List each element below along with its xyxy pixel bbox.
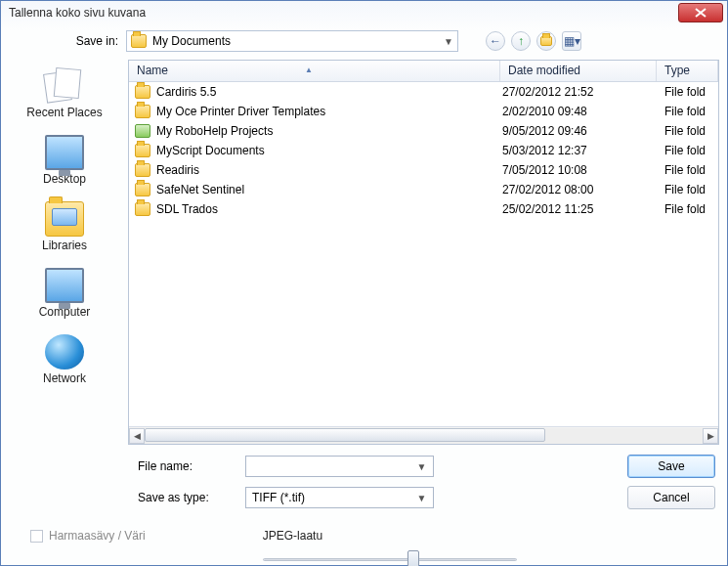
close-icon xyxy=(695,8,707,18)
place-label: Libraries xyxy=(42,239,87,252)
titlebar: Tallenna koko sivu kuvana xyxy=(1,1,727,24)
file-date: 27/02/2012 21:52 xyxy=(502,85,659,99)
save-as-type-value: TIFF (*.tif) xyxy=(252,491,305,504)
close-button[interactable] xyxy=(678,3,723,22)
horizontal-scrollbar[interactable]: ◀ ▶ xyxy=(129,426,718,444)
file-name: Cardiris 5.5 xyxy=(156,85,216,99)
save-as-type-combo[interactable]: TIFF (*.tif) ▼ xyxy=(245,487,434,508)
file-name: MyScript Documents xyxy=(156,144,265,157)
file-name: SafeNet Sentinel xyxy=(156,183,244,196)
save-in-value: My Documents xyxy=(152,34,231,48)
jpeg-quality-group: JPEG-laatu alhaisin paras xyxy=(263,529,517,566)
column-headers: Name Date modified Type xyxy=(129,61,718,82)
place-libraries[interactable]: Libraries xyxy=(11,196,118,261)
footer: Harmaasävy / Väri JPEG-laatu alhaisin pa… xyxy=(1,525,727,566)
file-name: My Oce Printer Driver Templates xyxy=(156,105,325,118)
view-menu-button[interactable]: ▦▾ xyxy=(562,31,581,51)
cancel-button[interactable]: Cancel xyxy=(627,486,715,509)
save-dialog: Tallenna koko sivu kuvana Save in: My Do… xyxy=(0,0,728,566)
up-icon: ↑ xyxy=(518,34,524,48)
file-name-label: File name: xyxy=(138,459,236,473)
back-icon: ← xyxy=(490,34,501,48)
table-row[interactable]: My Oce Printer Driver Templates2/02/2010… xyxy=(129,102,718,121)
places-bar: Recent Places Desktop Libraries Computer… xyxy=(1,58,128,447)
folder-icon xyxy=(135,163,150,177)
scroll-track[interactable] xyxy=(145,428,703,444)
place-label: Recent Places xyxy=(26,106,102,119)
view-icon: ▦▾ xyxy=(564,34,580,48)
grayscale-checkbox[interactable]: Harmaasävy / Väri xyxy=(30,529,146,543)
file-type: File fold xyxy=(664,105,712,118)
scroll-left-icon[interactable]: ◀ xyxy=(129,428,145,444)
network-icon xyxy=(45,334,84,370)
recent-places-icon xyxy=(45,68,84,104)
table-row[interactable]: My RoboHelp Projects9/05/2012 09:46File … xyxy=(129,121,718,141)
table-row[interactable]: SafeNet Sentinel27/02/2012 08:00File fol… xyxy=(129,180,718,199)
col-type[interactable]: Type xyxy=(657,61,718,81)
window-title: Tallenna koko sivu kuvana xyxy=(5,6,678,20)
chevron-down-icon: ▼ xyxy=(444,36,453,47)
save-button-label: Save xyxy=(658,459,684,473)
save-as-type-label: Save as type: xyxy=(138,491,236,504)
file-type: File fold xyxy=(664,202,712,216)
folder-icon xyxy=(135,105,150,118)
file-name-input[interactable]: ▼ xyxy=(245,456,434,477)
save-in-combo[interactable]: My Documents ▼ xyxy=(126,30,458,52)
desktop-icon xyxy=(45,135,84,170)
col-date[interactable]: Date modified xyxy=(500,61,657,81)
file-date: 5/03/2012 12:37 xyxy=(502,144,659,157)
file-name: SDL Trados xyxy=(156,202,218,216)
up-button[interactable]: ↑ xyxy=(511,31,531,51)
scroll-thumb[interactable] xyxy=(145,428,545,442)
slider-track xyxy=(263,558,517,561)
jpeg-quality-label: JPEG-laatu xyxy=(263,529,517,543)
file-date: 25/02/2012 11:25 xyxy=(502,202,659,216)
file-list: Name Date modified Type Cardiris 5.527/0… xyxy=(128,60,719,445)
bottom-panel: File name: ▼ Save Save as type: TIFF (*.… xyxy=(1,447,727,525)
col-name[interactable]: Name xyxy=(129,61,500,81)
back-button[interactable]: ← xyxy=(486,31,505,51)
toolbar-icons: ← ↑ ▦▾ xyxy=(486,31,581,51)
scroll-right-icon[interactable]: ▶ xyxy=(703,428,718,444)
chevron-down-icon: ▼ xyxy=(417,461,427,472)
file-date: 27/02/2012 08:00 xyxy=(502,183,659,196)
libraries-icon xyxy=(45,201,84,237)
save-button[interactable]: Save xyxy=(627,455,715,478)
place-label: Network xyxy=(43,371,86,385)
place-recent[interactable]: Recent Places xyxy=(11,64,118,128)
table-row[interactable]: MyScript Documents5/03/2012 12:37File fo… xyxy=(129,141,718,160)
checkbox-icon xyxy=(30,530,43,543)
file-name: Readiris xyxy=(156,163,199,177)
table-row[interactable]: SDL Trados25/02/2012 11:25File fold xyxy=(129,199,718,219)
place-computer[interactable]: Computer xyxy=(11,263,118,327)
slider-thumb[interactable] xyxy=(407,550,419,566)
new-folder-icon xyxy=(540,36,552,46)
file-name: My RoboHelp Projects xyxy=(156,124,273,138)
folder-icon xyxy=(131,34,147,48)
new-folder-button[interactable] xyxy=(536,31,556,51)
save-in-label: Save in: xyxy=(60,34,118,48)
folder-icon xyxy=(135,202,150,216)
robohelp-icon xyxy=(135,124,150,138)
folder-icon xyxy=(135,144,150,157)
computer-icon xyxy=(45,268,84,303)
grayscale-label: Harmaasävy / Väri xyxy=(49,529,146,543)
file-type: File fold xyxy=(664,163,712,177)
table-row[interactable]: Readiris7/05/2012 10:08File fold xyxy=(129,160,718,180)
chevron-down-icon: ▼ xyxy=(417,493,427,503)
file-date: 9/05/2012 09:46 xyxy=(502,124,659,138)
table-row[interactable]: Cardiris 5.527/02/2012 21:52File fold xyxy=(129,82,718,102)
file-date: 2/02/2010 09:48 xyxy=(502,105,659,118)
place-network[interactable]: Network xyxy=(11,329,118,394)
file-type: File fold xyxy=(664,183,712,196)
jpeg-quality-slider[interactable] xyxy=(263,546,517,566)
location-row: Save in: My Documents ▼ ← ↑ ▦▾ xyxy=(1,24,727,58)
file-date: 7/05/2012 10:08 xyxy=(502,163,659,177)
file-type: File fold xyxy=(664,144,712,157)
file-rows: Cardiris 5.527/02/2012 21:52File foldMy … xyxy=(129,82,718,426)
file-type: File fold xyxy=(664,85,712,99)
file-type: File fold xyxy=(664,124,712,138)
folder-icon xyxy=(135,183,150,196)
folder-icon xyxy=(135,85,150,99)
place-desktop[interactable]: Desktop xyxy=(11,130,118,195)
